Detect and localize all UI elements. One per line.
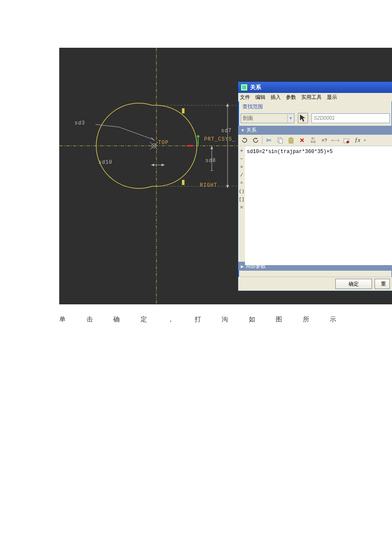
- dim-sd3[interactable]: sd3: [75, 120, 85, 126]
- menubar: 文件 编辑 插入 参数 实用工具 显示: [238, 93, 392, 101]
- dialog-titlebar[interactable]: 关系: [238, 82, 392, 93]
- scope-type-combo[interactable]: ▾: [241, 113, 294, 123]
- renumber-button[interactable]: d↓0.0: [308, 136, 318, 145]
- op-paren[interactable]: (): [239, 188, 244, 195]
- dim-sd7[interactable]: sd7: [221, 128, 232, 134]
- svg-rect-13: [182, 108, 184, 113]
- op-divide[interactable]: /: [240, 172, 243, 179]
- scope-type-value: [241, 114, 287, 122]
- svg-rect-14: [182, 180, 184, 185]
- browse-button[interactable]: [342, 136, 351, 145]
- svg-point-18: [197, 135, 199, 138]
- menu-utils[interactable]: 实用工具: [301, 94, 322, 101]
- section-relations-header[interactable]: 关系: [238, 126, 392, 135]
- op-plus[interactable]: +: [240, 147, 243, 155]
- paste-button[interactable]: [286, 136, 296, 145]
- svg-rect-23: [289, 138, 293, 143]
- menu-insert[interactable]: 插入: [271, 94, 281, 101]
- svg-point-26: [347, 141, 349, 143]
- svg-rect-22: [279, 139, 282, 143]
- undo-button[interactable]: [240, 136, 249, 145]
- op-equals[interactable]: =: [240, 204, 243, 211]
- dim-sd8[interactable]: sd8: [205, 158, 216, 164]
- redo-button[interactable]: [251, 136, 260, 145]
- cut-button[interactable]: ✄: [264, 136, 274, 145]
- axis-label-top: TOP: [158, 140, 169, 146]
- menu-params[interactable]: 参数: [286, 94, 296, 101]
- op-times[interactable]: ×: [240, 164, 243, 171]
- copy-button[interactable]: [275, 136, 285, 145]
- scope-entity-combo[interactable]: [311, 113, 390, 123]
- op-minus[interactable]: −: [240, 156, 243, 163]
- app-icon: [241, 84, 248, 91]
- section-scope-label: 查找范围: [238, 101, 392, 110]
- svg-line-11: [119, 127, 153, 139]
- dimension-button[interactable]: ⟷: [331, 136, 340, 145]
- chevron-down-icon[interactable]: ▾: [287, 114, 294, 122]
- dim-sd10[interactable]: sd10: [98, 159, 112, 165]
- toolbar-separator: [262, 136, 262, 145]
- menu-show[interactable]: 显示: [327, 94, 337, 101]
- evaluate-button[interactable]: =?: [320, 136, 329, 145]
- pick-arrow-button[interactable]: [298, 113, 308, 123]
- relations-dialog: 关系 文件 编辑 插入 参数 实用工具 显示 查找范围 ▾ 关系: [238, 81, 392, 291]
- operator-column: + − × / ^ () [] =: [238, 147, 245, 262]
- svg-rect-24: [290, 137, 292, 139]
- editor-toolbar: ✄ ✕ d↓0.0 =? ⟷ ƒx ▾: [238, 135, 392, 146]
- relations-editor[interactable]: [245, 147, 392, 265]
- delete-button[interactable]: ✕: [297, 136, 307, 145]
- csys-label: PRT_CSYS_: [204, 136, 236, 142]
- svg-line-12: [95, 124, 119, 127]
- fx-button[interactable]: ƒx: [353, 136, 362, 145]
- reset-button[interactable]: 重: [375, 279, 390, 289]
- scope-entity-value[interactable]: [312, 114, 389, 122]
- dialog-title: 关系: [250, 84, 261, 91]
- ok-button[interactable]: 确定: [335, 279, 372, 289]
- caption-text: 单击确定，打沟如图所示: [59, 315, 336, 323]
- menu-edit[interactable]: 编辑: [255, 94, 265, 101]
- op-bracket[interactable]: []: [239, 196, 244, 203]
- op-power[interactable]: ^: [240, 180, 243, 187]
- chevron-down-icon[interactable]: ▾: [364, 138, 366, 142]
- axis-label-right: RIGHT: [200, 182, 217, 188]
- menu-file[interactable]: 文件: [240, 94, 250, 101]
